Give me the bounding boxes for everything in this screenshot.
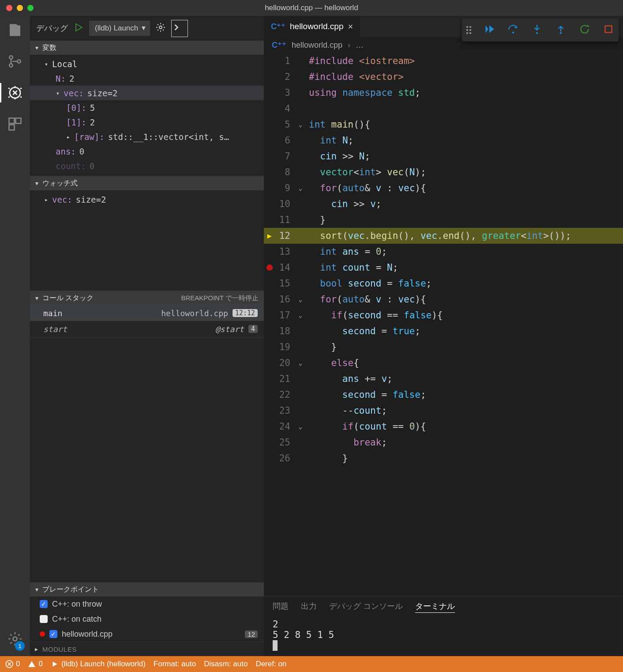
bp-on-throw[interactable]: ✓C++: on throw xyxy=(30,596,264,612)
code-line-23[interactable]: 23 --count; xyxy=(264,403,623,419)
start-debug-button[interactable] xyxy=(73,22,84,35)
titlebar: helloworld.cpp — helloworld xyxy=(0,0,623,16)
panel-tab-terminal[interactable]: ターミナル xyxy=(415,601,455,613)
panel-tab-problems[interactable]: 問題 xyxy=(273,601,289,613)
stack-frame-main[interactable]: main helloworld.cpp 12:12 xyxy=(30,305,264,321)
variables-section: 変数 Local N: 2 vec: size=2 [0]: 5 [1]: 2 … xyxy=(30,41,264,176)
callstack-header[interactable]: コール スタックBREAKPOINT で一時停止 xyxy=(30,291,264,305)
code-line-18[interactable]: 18 second = true; xyxy=(264,323,623,339)
status-launch[interactable]: (lldb) Launch (helloworld) xyxy=(51,660,146,668)
svg-rect-10 xyxy=(16,118,21,124)
debug-sidebar: デバッグ (lldb) Launch 変数 Local N: 2 vec: si… xyxy=(30,16,264,656)
code-editor[interactable]: 1#include <iostream>2#include <vector>3u… xyxy=(264,53,623,596)
watch-header[interactable]: ウォッチ式 xyxy=(30,176,264,190)
debug-toolbar xyxy=(462,19,619,42)
bp-file[interactable]: ✓helloworld.cpp12 xyxy=(30,627,264,642)
step-over-button[interactable] xyxy=(507,23,519,37)
code-line-12[interactable]: ▶12 sort(vec.begin(), vec.end(), greater… xyxy=(264,228,623,244)
continue-button[interactable] xyxy=(484,23,495,37)
settings-badge: 1 xyxy=(15,641,25,651)
code-line-4[interactable]: 4 xyxy=(264,101,623,117)
crumb-file[interactable]: helloworld.cpp xyxy=(292,41,342,50)
code-line-13[interactable]: 13 int ans = 0; xyxy=(264,244,623,260)
close-window-button[interactable] xyxy=(6,5,12,11)
var-count[interactable]: count: 0 xyxy=(30,159,264,173)
checkbox-icon[interactable]: ✓ xyxy=(49,630,57,638)
zoom-window-button[interactable] xyxy=(27,5,34,11)
breakpoints-section: ブレークポイント ✓C++: on throw C++: on catch ✓h… xyxy=(30,582,264,642)
svg-point-2 xyxy=(560,32,562,34)
code-line-26[interactable]: 26 } xyxy=(264,450,623,466)
status-deref[interactable]: Deref: on xyxy=(255,660,286,668)
svg-rect-11 xyxy=(9,125,15,130)
breakpoints-header[interactable]: ブレークポイント xyxy=(30,582,264,596)
code-line-24[interactable]: 24⌄ if(count == 0){ xyxy=(264,419,623,434)
var-vec-raw[interactable]: [raw]: std::__1::vector<int, s… xyxy=(30,129,264,144)
status-disasm[interactable]: Disasm: auto xyxy=(204,660,248,668)
debug-config-select[interactable]: (lldb) Launch xyxy=(89,21,150,36)
code-line-15[interactable]: 15 bool second = false; xyxy=(264,276,623,291)
checkbox-icon[interactable] xyxy=(40,615,48,623)
code-line-1[interactable]: 1#include <iostream> xyxy=(264,53,623,69)
code-line-5[interactable]: 5⌄int main(){ xyxy=(264,117,623,132)
tab-helloworld[interactable]: C⁺⁺ helloworld.cpp × xyxy=(264,16,360,37)
code-line-8[interactable]: 8 vector<int> vec(N); xyxy=(264,164,623,180)
bottom-panel: 問題 出力 デバッグ コンソール ターミナル 2 5 2 8 5 1 5 xyxy=(264,596,623,656)
scope-local[interactable]: Local xyxy=(30,57,264,71)
settings-tab[interactable]: 1 xyxy=(7,631,23,649)
scm-tab[interactable] xyxy=(7,53,23,72)
status-warnings[interactable]: 0 xyxy=(28,660,42,668)
stack-frame-start[interactable]: start @start 4 xyxy=(30,321,264,337)
var-ans[interactable]: ans: 0 xyxy=(30,144,264,159)
step-into-button[interactable] xyxy=(531,23,543,37)
code-line-25[interactable]: 25 break; xyxy=(264,434,623,450)
status-format[interactable]: Format: auto xyxy=(154,660,196,668)
code-line-14[interactable]: 14 int count = N; xyxy=(264,260,623,276)
panel-tab-debug[interactable]: デバッグ コンソール xyxy=(329,601,403,613)
status-errors[interactable]: 0 xyxy=(5,660,20,668)
code-line-7[interactable]: 7 cin >> N; xyxy=(264,148,623,164)
svg-point-0 xyxy=(512,31,514,33)
code-line-22[interactable]: 22 second = false; xyxy=(264,387,623,403)
bp-on-catch[interactable]: C++: on catch xyxy=(30,612,264,627)
debug-settings-button[interactable] xyxy=(155,22,166,35)
extensions-tab[interactable] xyxy=(7,116,23,134)
var-vec[interactable]: vec: size=2 xyxy=(30,86,264,100)
explorer-tab[interactable] xyxy=(7,22,23,40)
svg-point-7 xyxy=(17,60,21,63)
modules-header[interactable]: MODULES xyxy=(30,642,264,656)
var-n[interactable]: N: 2 xyxy=(30,71,264,86)
step-out-button[interactable] xyxy=(555,23,567,37)
tab-label: helloworld.cpp xyxy=(290,22,343,31)
code-line-10[interactable]: 10 cin >> v; xyxy=(264,196,623,212)
code-line-2[interactable]: 2#include <vector> xyxy=(264,69,623,85)
code-line-9[interactable]: 9⌄ for(auto& v : vec){ xyxy=(264,180,623,196)
variables-header[interactable]: 変数 xyxy=(30,41,264,55)
panel-tab-output[interactable]: 出力 xyxy=(301,601,317,613)
terminal[interactable]: 2 5 2 8 5 1 5 xyxy=(264,617,623,653)
search-tab[interactable] xyxy=(10,24,20,36)
code-line-20[interactable]: 20⌄ else{ xyxy=(264,355,623,371)
breakpoint-icon xyxy=(40,631,45,637)
checkbox-icon[interactable]: ✓ xyxy=(40,600,48,608)
crumb-more[interactable]: … xyxy=(356,41,364,50)
close-icon[interactable]: × xyxy=(348,22,353,32)
minimize-window-button[interactable] xyxy=(17,5,23,11)
debug-console-button[interactable] xyxy=(171,20,188,37)
stop-button[interactable] xyxy=(603,23,614,37)
svg-point-6 xyxy=(9,64,13,67)
code-line-17[interactable]: 17⌄ if(second == false){ xyxy=(264,307,623,323)
debug-tab[interactable] xyxy=(7,85,23,103)
restart-button[interactable] xyxy=(579,23,590,37)
var-vec-0[interactable]: [0]: 5 xyxy=(30,100,264,115)
code-line-21[interactable]: 21 ans += v; xyxy=(264,371,623,387)
svg-point-1 xyxy=(536,32,538,34)
code-line-3[interactable]: 3using namespace std; xyxy=(264,85,623,101)
watch-vec[interactable]: vec: size=2 xyxy=(30,192,264,207)
code-line-11[interactable]: 11 } xyxy=(264,212,623,228)
var-vec-1[interactable]: [1]: 2 xyxy=(30,115,264,129)
code-line-19[interactable]: 19 } xyxy=(264,339,623,355)
drag-handle-icon[interactable] xyxy=(466,26,471,34)
code-line-6[interactable]: 6 int N; xyxy=(264,132,623,148)
code-line-16[interactable]: 16⌄ for(auto& v : vec){ xyxy=(264,291,623,307)
